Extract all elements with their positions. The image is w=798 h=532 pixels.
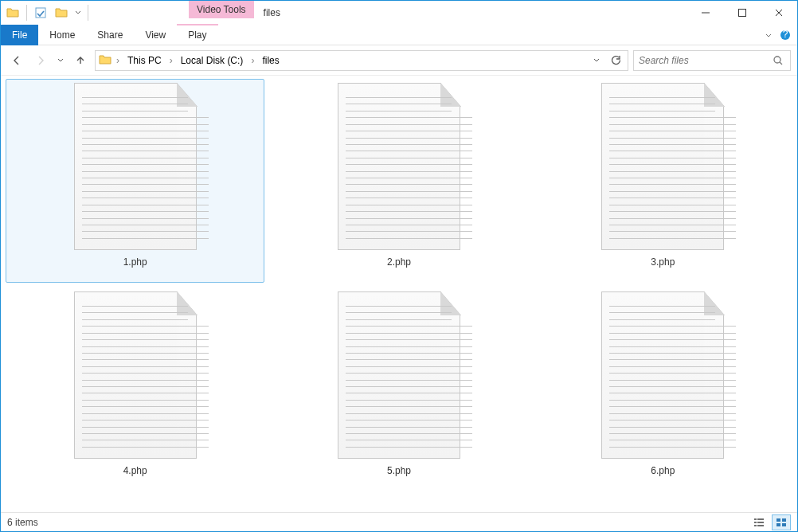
large-icons-view-button[interactable] xyxy=(772,514,791,530)
svg-rect-7 xyxy=(754,522,757,523)
separator xyxy=(26,5,27,21)
close-button[interactable] xyxy=(761,1,797,25)
file-name: 5.php xyxy=(387,465,411,476)
title-bar: Video Tools files xyxy=(1,1,797,25)
folder-icon xyxy=(53,4,70,22)
maximize-button[interactable] xyxy=(724,1,761,25)
svg-rect-12 xyxy=(782,518,786,522)
file-name: 6.php xyxy=(651,465,675,476)
file-item[interactable]: 4.php xyxy=(6,288,264,491)
contextual-tab-video-tools: Video Tools xyxy=(189,1,254,18)
file-item[interactable]: 3.php xyxy=(534,79,792,283)
folder-icon xyxy=(4,4,22,22)
svg-rect-6 xyxy=(757,518,764,520)
svg-rect-11 xyxy=(776,518,780,522)
nav-row: › This PC › Local Disk (C:) › files xyxy=(1,45,797,76)
window-controls xyxy=(687,1,797,25)
minimize-button[interactable] xyxy=(687,1,724,25)
file-grid[interactable]: 1.php2.php3.php4.php5.php6.php xyxy=(1,76,797,512)
file-thumbnail xyxy=(601,83,724,250)
search-icon[interactable] xyxy=(771,53,785,68)
svg-rect-0 xyxy=(36,8,45,18)
forward-button[interactable] xyxy=(31,51,50,70)
svg-rect-1 xyxy=(739,10,746,17)
ribbon-expand-icon[interactable] xyxy=(764,30,773,40)
file-name: 4.php xyxy=(123,465,147,476)
svg-text:?: ? xyxy=(783,29,788,40)
ribbon-tab-view[interactable]: View xyxy=(134,25,177,45)
ribbon-tab-play[interactable]: Play xyxy=(177,24,217,45)
up-button[interactable] xyxy=(71,51,90,70)
file-thumbnail xyxy=(74,83,197,250)
file-name: 1.php xyxy=(123,256,147,268)
file-item[interactable]: 2.php xyxy=(269,79,528,283)
ribbon-tab-home[interactable]: Home xyxy=(38,25,86,45)
back-button[interactable] xyxy=(7,51,26,70)
file-thumbnail xyxy=(338,83,460,250)
search-box[interactable] xyxy=(633,50,791,71)
svg-rect-8 xyxy=(757,522,764,523)
breadcrumb-item[interactable]: Local Disk (C:) xyxy=(176,53,248,68)
file-thumbnail xyxy=(601,291,724,459)
chevron-down-icon[interactable] xyxy=(73,4,83,22)
properties-icon[interactable] xyxy=(32,4,49,22)
chevron-right-icon[interactable]: › xyxy=(249,55,256,66)
breadcrumb-item[interactable]: files xyxy=(257,53,284,68)
breadcrumb-item[interactable]: This PC xyxy=(123,53,166,68)
quick-access-toolbar xyxy=(1,1,93,25)
svg-point-4 xyxy=(774,57,780,63)
recent-locations-button[interactable] xyxy=(55,51,66,70)
file-thumbnail xyxy=(338,291,460,459)
file-name: 3.php xyxy=(651,256,675,268)
svg-rect-10 xyxy=(757,525,764,526)
ribbon-tab-file[interactable]: File xyxy=(1,25,38,45)
window-title: files xyxy=(254,1,290,25)
file-name: 2.php xyxy=(387,256,411,268)
status-text: 6 items xyxy=(7,517,38,528)
svg-rect-5 xyxy=(754,518,757,520)
folder-icon xyxy=(99,53,113,68)
address-bar[interactable]: › This PC › Local Disk (C:) › files xyxy=(95,50,628,71)
ribbon-tab-share[interactable]: Share xyxy=(86,25,134,45)
details-view-button[interactable] xyxy=(749,514,769,530)
file-item[interactable]: 6.php xyxy=(534,288,792,491)
svg-rect-13 xyxy=(776,523,780,526)
status-bar: 6 items xyxy=(1,512,797,531)
help-icon[interactable]: ? xyxy=(780,29,791,41)
svg-rect-9 xyxy=(754,525,757,526)
chevron-right-icon[interactable]: › xyxy=(168,55,174,66)
search-input[interactable] xyxy=(639,55,771,66)
separator xyxy=(88,5,88,21)
file-item[interactable]: 1.php xyxy=(6,79,264,283)
chevron-right-icon[interactable]: › xyxy=(115,55,121,66)
refresh-icon[interactable] xyxy=(607,52,624,69)
svg-rect-14 xyxy=(782,523,786,526)
ribbon: File Home Share View Play ? xyxy=(1,25,797,45)
chevron-down-icon[interactable] xyxy=(588,52,605,69)
file-thumbnail xyxy=(74,291,197,459)
file-item[interactable]: 5.php xyxy=(269,288,528,491)
